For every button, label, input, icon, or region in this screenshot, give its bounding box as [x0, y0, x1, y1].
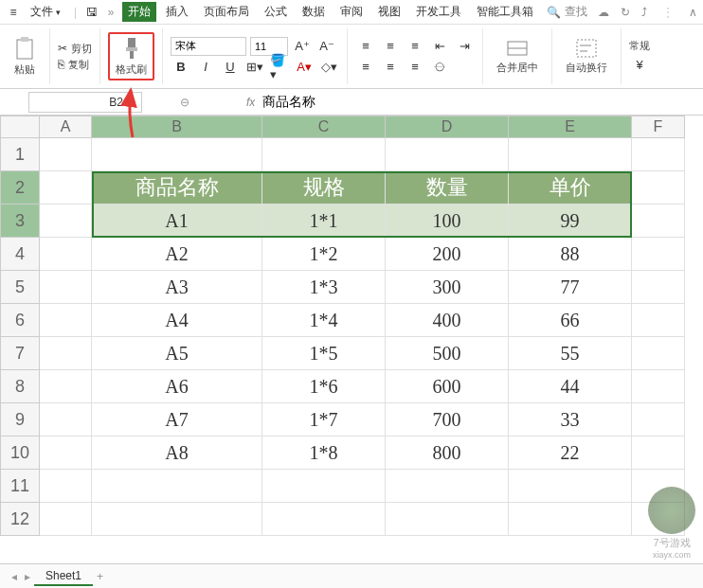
- cell[interactable]: [632, 304, 685, 337]
- cell[interactable]: [92, 138, 262, 171]
- grow-font-button[interactable]: A⁺: [292, 37, 313, 56]
- cell[interactable]: 1*2: [262, 238, 386, 271]
- cell[interactable]: 规格: [262, 171, 386, 205]
- cell[interactable]: 66: [509, 304, 632, 337]
- cell[interactable]: [40, 271, 92, 304]
- tab-smart[interactable]: 智能工具箱: [471, 2, 539, 22]
- clear-format-button[interactable]: ◇▾: [318, 58, 339, 77]
- align-right-button[interactable]: ≡: [405, 58, 425, 77]
- cell[interactable]: [262, 470, 386, 503]
- cell[interactable]: A5: [92, 337, 262, 370]
- row-header[interactable]: 1: [0, 138, 40, 171]
- cell[interactable]: [632, 370, 685, 403]
- cell[interactable]: [632, 437, 685, 470]
- cell[interactable]: 1*6: [262, 370, 386, 403]
- cell[interactable]: A6: [92, 370, 262, 403]
- cell[interactable]: [40, 370, 92, 403]
- cell[interactable]: 33: [509, 403, 632, 437]
- col-header[interactable]: F: [632, 116, 685, 138]
- cell[interactable]: 600: [386, 370, 509, 403]
- cell[interactable]: 800: [386, 437, 509, 470]
- cell[interactable]: [632, 403, 685, 437]
- cell[interactable]: [509, 470, 632, 503]
- col-header[interactable]: D: [386, 116, 509, 138]
- add-sheet-button[interactable]: +: [97, 570, 103, 583]
- row-header[interactable]: 9: [0, 403, 40, 437]
- underline-button[interactable]: U: [220, 58, 241, 77]
- cell[interactable]: 500: [386, 337, 509, 370]
- fill-color-button[interactable]: 🪣▾: [269, 58, 290, 77]
- font-color-button[interactable]: A▾: [294, 58, 315, 77]
- cell[interactable]: 300: [386, 271, 509, 304]
- cell[interactable]: 1*3: [262, 271, 386, 304]
- row-header[interactable]: 8: [0, 370, 40, 403]
- notify-icon[interactable]: ↻: [621, 6, 630, 19]
- tab-next-icon[interactable]: ▸: [25, 570, 30, 583]
- cell[interactable]: [632, 171, 685, 205]
- cell[interactable]: A1: [92, 205, 262, 238]
- cell[interactable]: 商品名称: [92, 171, 262, 205]
- cell[interactable]: [386, 138, 509, 171]
- cell[interactable]: [40, 337, 92, 370]
- share-icon[interactable]: ⤴: [641, 6, 647, 19]
- cell[interactable]: [632, 337, 685, 370]
- tab-formula[interactable]: 公式: [259, 2, 293, 22]
- cell[interactable]: [632, 271, 685, 304]
- cell[interactable]: 400: [386, 304, 509, 337]
- align-center-button[interactable]: ≡: [380, 58, 401, 77]
- merge-button[interactable]: 合并居中: [491, 36, 544, 77]
- formula-input[interactable]: [255, 92, 703, 113]
- cell[interactable]: [509, 503, 632, 536]
- row-header[interactable]: 6: [0, 304, 40, 337]
- shrink-font-button[interactable]: A⁻: [316, 37, 337, 56]
- cell[interactable]: 1*1: [262, 205, 386, 238]
- cell[interactable]: 99: [509, 205, 632, 238]
- col-header[interactable]: E: [509, 116, 632, 138]
- paste-button[interactable]: 粘贴: [8, 34, 42, 79]
- select-all-corner[interactable]: [0, 116, 40, 138]
- font-select[interactable]: [171, 37, 246, 56]
- tab-home[interactable]: 开始: [122, 2, 156, 22]
- col-header[interactable]: B: [92, 116, 262, 138]
- tab-prev-icon[interactable]: ◂: [11, 570, 17, 583]
- cell[interactable]: [40, 205, 92, 238]
- cell[interactable]: 1*7: [262, 403, 386, 437]
- italic-button[interactable]: I: [195, 58, 216, 77]
- more-icon[interactable]: »: [103, 5, 118, 20]
- row-header[interactable]: 11: [0, 470, 40, 503]
- row-header[interactable]: 10: [0, 437, 40, 470]
- cell[interactable]: 1*8: [262, 437, 386, 470]
- menu-icon[interactable]: ≡: [6, 5, 21, 20]
- cell[interactable]: [40, 138, 92, 171]
- tab-insert[interactable]: 插入: [160, 2, 194, 22]
- cell[interactable]: 88: [509, 238, 632, 271]
- copy-button[interactable]: ⎘复制: [58, 58, 92, 72]
- cell[interactable]: [40, 470, 92, 503]
- cell[interactable]: A2: [92, 238, 262, 271]
- bold-button[interactable]: B: [171, 58, 191, 77]
- align-bot-button[interactable]: ≡: [405, 37, 425, 56]
- cell[interactable]: 1*5: [262, 337, 386, 370]
- cut-button[interactable]: ✂剪切: [58, 42, 92, 56]
- currency-button[interactable]: ¥: [629, 55, 650, 74]
- cell[interactable]: [632, 205, 685, 238]
- search-icon[interactable]: 🔍: [547, 6, 561, 19]
- row-header[interactable]: 4: [0, 238, 40, 271]
- align-top-button[interactable]: ≡: [355, 37, 376, 56]
- row-header[interactable]: 2: [0, 171, 40, 205]
- cell[interactable]: [40, 503, 92, 536]
- cell[interactable]: A8: [92, 437, 262, 470]
- cell[interactable]: [632, 238, 685, 271]
- cell[interactable]: [386, 503, 509, 536]
- cell[interactable]: 1*4: [262, 304, 386, 337]
- sheet-tab[interactable]: Sheet1: [34, 567, 93, 586]
- cell[interactable]: 单价: [509, 171, 632, 205]
- format-painter-button[interactable]: 格式刷: [108, 32, 154, 80]
- tab-data[interactable]: 数据: [297, 2, 331, 22]
- cell[interactable]: A7: [92, 403, 262, 437]
- cell[interactable]: [92, 470, 262, 503]
- tab-dev[interactable]: 开发工具: [410, 2, 467, 22]
- collapse-icon[interactable]: ∧: [689, 6, 697, 19]
- border-button[interactable]: ⊞▾: [244, 58, 265, 77]
- cell[interactable]: 200: [386, 238, 509, 271]
